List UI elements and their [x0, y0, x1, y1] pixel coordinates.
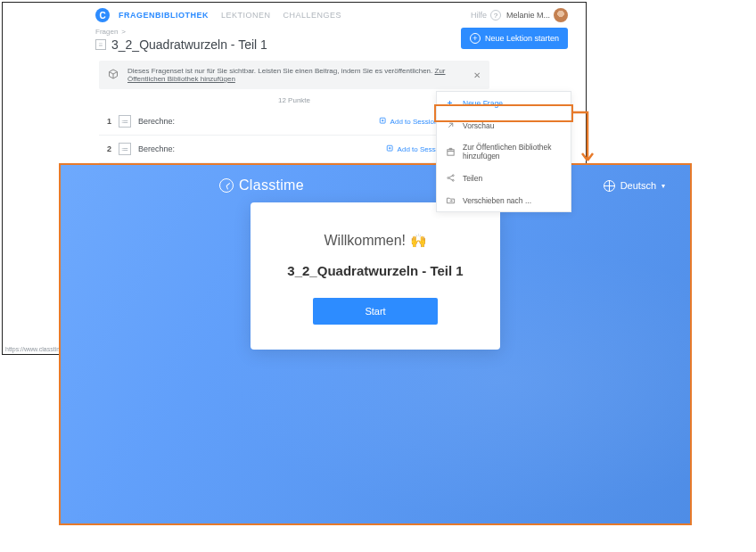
main-nav: C FRAGENBIBLIOTHEK LEKTIONEN CHALLENGES … — [3, 3, 586, 26]
publish-banner: Dieses Fragenset ist nur für Sie sichtba… — [99, 61, 489, 89]
menu-publish[interactable]: Zur Öffentlichen Bibliothek hinzufügen — [437, 136, 571, 167]
plus-icon: ＋ — [446, 98, 456, 108]
welcome-greeting: Willkommen! 🙌 — [275, 233, 475, 249]
table-row[interactable]: 2 ≔ Berechne: Add to Session 1 Punkte — [99, 136, 489, 163]
question-title: Berechne: — [138, 117, 379, 126]
page-title: 3_2_Quadratwurzeln - Teil 1 — [111, 37, 267, 52]
avatar[interactable] — [554, 8, 568, 22]
question-type-icon: ≔ — [119, 143, 131, 155]
question-title: Berechne: — [138, 144, 386, 153]
help-icon[interactable]: ? — [490, 10, 501, 21]
globe-icon — [604, 180, 615, 192]
help-label[interactable]: Hilfe — [471, 11, 487, 20]
menu-share[interactable]: Teilen — [437, 167, 571, 189]
new-lesson-button[interactable]: + Neue Lektion starten — [461, 28, 568, 49]
add-to-session-button[interactable]: Add to Session — [379, 117, 439, 126]
clock-icon — [219, 178, 234, 193]
package-icon — [108, 69, 119, 81]
context-menu: ＋ Neue Frage Vorschau Zur Öffentlichen B… — [436, 91, 571, 212]
hands-emoji-icon: 🙌 — [410, 233, 427, 248]
chevron-down-icon: ▾ — [662, 182, 665, 190]
welcome-title: 3_2_Quadratwurzeln - Teil 1 — [275, 263, 475, 278]
library-icon — [446, 147, 456, 157]
nav-challenges[interactable]: CHALLENGES — [284, 11, 342, 20]
classtime-logo-icon[interactable]: C — [95, 8, 110, 22]
menu-new-question[interactable]: ＋ Neue Frage — [437, 92, 571, 114]
nav-lektionen[interactable]: LEKTIONEN — [221, 11, 271, 20]
banner-text: Dieses Fragenset ist nur für Sie sichtba… — [127, 67, 432, 75]
external-link-icon — [446, 120, 456, 130]
document-icon: ≡ — [95, 39, 106, 50]
welcome-card: Willkommen! 🙌 3_2_Quadratwurzeln - Teil … — [251, 202, 500, 350]
classtime-brand: Classtime — [219, 177, 304, 194]
menu-preview[interactable]: Vorschau — [437, 114, 571, 136]
close-icon[interactable]: ✕ — [473, 70, 481, 80]
breadcrumb[interactable]: Fragen> — [95, 28, 461, 36]
svg-rect-3 — [448, 149, 454, 154]
total-points: 12 Punkte — [99, 96, 489, 104]
folder-move-icon — [446, 195, 456, 205]
table-row[interactable]: 1 ≔ Berechne: Add to Session 1 Punkte ✎ — [99, 108, 489, 136]
preview-window: Classtime Deutsch ▾ Willkommen! 🙌 3_2_Qu… — [59, 163, 692, 525]
svg-point-4 — [448, 177, 449, 179]
svg-point-5 — [452, 175, 454, 177]
user-name[interactable]: Melanie M... — [506, 11, 550, 20]
nav-fragenbibliothek[interactable]: FRAGENBIBLIOTHEK — [119, 11, 209, 20]
preview-header: Classtime Deutsch ▾ — [61, 165, 690, 194]
start-button[interactable]: Start — [313, 298, 437, 325]
share-icon — [446, 173, 456, 183]
plus-circle-icon: + — [470, 33, 481, 44]
svg-point-6 — [452, 179, 454, 181]
question-type-icon: ≔ — [119, 115, 131, 128]
menu-move[interactable]: Verschieben nach ... — [437, 189, 571, 211]
language-switcher[interactable]: Deutsch ▾ — [604, 180, 665, 192]
